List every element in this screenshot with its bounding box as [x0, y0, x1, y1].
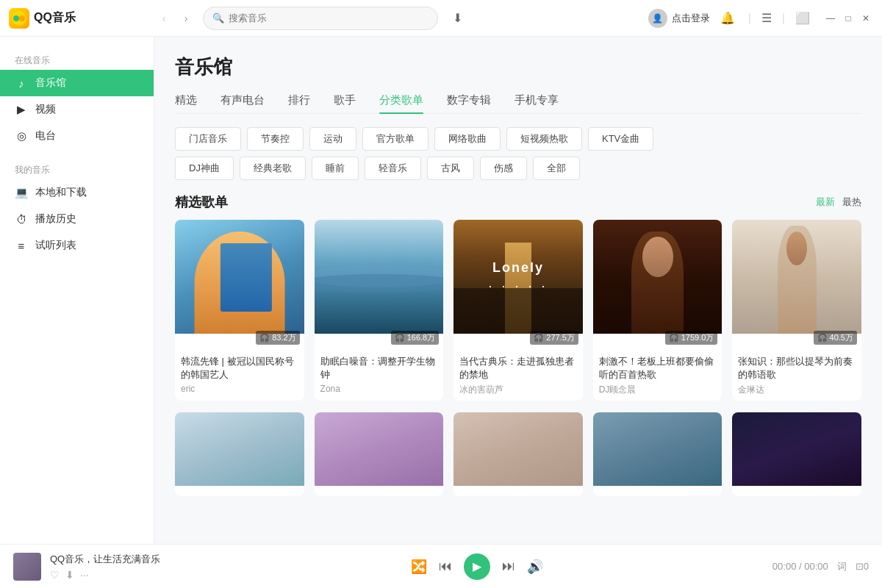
sidebar-item-video[interactable]: ▶ 视频 — [0, 96, 154, 123]
menu-icon[interactable]: ☰ — [761, 11, 772, 25]
tab-audiobook[interactable]: 有声电台 — [220, 93, 265, 113]
cat-short-video[interactable]: 短视频热歌 — [506, 127, 582, 151]
tab-digital-album[interactable]: 数字专辑 — [447, 93, 491, 113]
music-card-3[interactable]: Lonely · · · · · 🎧 277.5万 当代古典乐：走进孤独患者的禁… — [453, 220, 583, 401]
cat-internet[interactable]: 网络歌曲 — [434, 127, 501, 151]
like-icon[interactable]: ♡ — [50, 569, 60, 581]
sort-newest-btn[interactable]: 最新 — [816, 196, 835, 209]
cover-r2-1 — [175, 412, 304, 486]
nav-arrows: ‹ › — [156, 10, 194, 26]
download-button[interactable]: ⬇ — [447, 8, 467, 29]
card-info-1: 韩流先锋 | 被冠以国民称号的韩国艺人 eric — [175, 349, 304, 398]
cat-beat[interactable]: 节奏控 — [247, 127, 304, 151]
online-section-label: 在线音乐 — [0, 49, 154, 70]
cat-sport[interactable]: 运动 — [309, 127, 356, 151]
card-author-2: Zona — [320, 384, 438, 394]
card-name-4: 刺激不！老板上班都要偷偷听的百首热歌 — [599, 355, 717, 381]
player-controls: 🔀 ⏮ ▶ ⏭ 🔊 — [182, 553, 772, 580]
trial-icon: ≡ — [15, 239, 28, 252]
tab-category[interactable]: 分类歌单 — [379, 93, 423, 113]
tab-featured[interactable]: 精选 — [175, 93, 197, 113]
close-button[interactable]: ✕ — [858, 11, 873, 26]
cat-official[interactable]: 官方歌单 — [362, 127, 429, 151]
divider3: | — [782, 12, 785, 25]
sidebar-item-local[interactable]: 💻 本地和下载 — [0, 179, 154, 206]
music-card-2[interactable]: 🎧 166.8万 助眠白噪音：调整开学生物钟 Zona — [315, 220, 444, 401]
cat-classic[interactable]: 经典老歌 — [240, 157, 306, 180]
player-time: 00:00 / 00:00 — [772, 561, 828, 572]
search-input[interactable] — [229, 12, 429, 24]
lyrics-button[interactable]: 词 — [837, 560, 847, 573]
card-author-1: eric — [181, 384, 298, 394]
sidebar-item-trial[interactable]: ≡ 试听列表 — [0, 232, 154, 259]
titlebar-right: 👤 点击登录 🔔 | ☰ | ⬜ — □ ✕ — [648, 9, 873, 28]
card-info-r2-3 — [453, 486, 583, 496]
login-text: 点击登录 — [672, 12, 710, 25]
cat-light-music[interactable]: 轻音乐 — [365, 157, 421, 180]
music-card-4[interactable]: 🎧 1759.0万 刺激不！老板上班都要偷偷听的百首热歌 DJ顾念晨 — [593, 220, 723, 401]
music-card-r2-2[interactable] — [315, 412, 444, 496]
minimize-button[interactable]: — — [823, 11, 838, 26]
headphone-icon-1: 🎧 — [259, 333, 270, 343]
section-header: 精选歌单 最新 最热 — [175, 193, 861, 211]
tab-singer[interactable]: 歌手 — [334, 93, 356, 113]
sidebar-item-history[interactable]: ⏱ 播放历史 — [0, 206, 154, 232]
play-button[interactable]: ▶ — [464, 553, 490, 580]
music-card-1[interactable]: 🎧 83.2万 韩流先锋 | 被冠以国民称号的韩国艺人 eric — [175, 220, 304, 401]
music-card-r2-1[interactable] — [175, 412, 304, 496]
content-inner: 音乐馆 精选 有声电台 排行 歌手 分类歌单 数字专辑 手机专享 门店音乐 节奏… — [154, 37, 882, 526]
forward-button[interactable]: › — [178, 10, 194, 26]
music-card-r2-5[interactable] — [732, 412, 861, 496]
cover-1: 🎧 83.2万 — [175, 220, 304, 349]
volume-button[interactable]: 🔊 — [527, 559, 543, 575]
card-name-1: 韩流先锋 | 被冠以国民称号的韩国艺人 — [181, 355, 298, 381]
card-info-4: 刺激不！老板上班都要偷偷听的百首热歌 DJ顾念晨 — [593, 349, 723, 401]
svg-point-2 — [19, 15, 25, 21]
logo-icon — [9, 8, 29, 29]
cat-ktv[interactable]: KTV金曲 — [588, 127, 653, 151]
svg-point-1 — [13, 15, 19, 21]
player-right: 00:00 / 00:00 词 ⊡0 — [772, 560, 869, 573]
player-song-title: QQ音乐，让生活充满音乐 — [50, 553, 182, 566]
music-grid-row2 — [175, 412, 861, 496]
play-count-4: 🎧 1759.0万 — [665, 331, 718, 345]
sort-hottest-btn[interactable]: 最热 — [842, 196, 861, 209]
play-count-5: 🎧 40.5万 — [814, 331, 857, 345]
tab-rank[interactable]: 排行 — [288, 93, 310, 113]
search-bar: 🔍 — [203, 7, 438, 30]
search-icon: 🔍 — [212, 12, 224, 24]
video-icon: ▶ — [15, 103, 28, 116]
divider: 🔔 — [720, 11, 735, 25]
cat-ancient[interactable]: 古风 — [427, 157, 474, 180]
cat-sad[interactable]: 伤感 — [480, 157, 527, 180]
cat-dj[interactable]: DJ神曲 — [175, 157, 234, 180]
music-card-r2-3[interactable] — [453, 412, 583, 496]
login-button[interactable]: 👤 点击登录 — [648, 9, 710, 28]
queue-button[interactable]: ⊡0 — [856, 561, 869, 572]
cat-all[interactable]: 全部 — [533, 157, 580, 180]
prev-button[interactable]: ⏮ — [439, 559, 452, 574]
cat-shop-music[interactable]: 门店音乐 — [175, 127, 241, 151]
next-button[interactable]: ⏭ — [502, 559, 515, 574]
radio-icon: ◎ — [15, 129, 28, 143]
tab-phone-exclusive[interactable]: 手机专享 — [514, 93, 559, 113]
maximize-button[interactable]: □ — [841, 11, 856, 26]
sidebar: 在线音乐 ♪ 音乐馆 ▶ 视频 ◎ 电台 我的音乐 💻 本地和下载 ⏱ 播放历史… — [0, 37, 154, 544]
headphone-icon-4: 🎧 — [669, 333, 679, 343]
card-author-3: 冰的害葫芦 — [459, 384, 577, 396]
sidebar-item-radio[interactable]: ◎ 电台 — [0, 123, 154, 149]
skin-icon[interactable]: ⬜ — [795, 11, 810, 25]
card-info-r2-2 — [315, 486, 444, 496]
music-card-5[interactable]: 🎧 40.5万 张知识：那些以提琴为前奏的韩语歌 金琳达 — [732, 220, 861, 401]
more-icon[interactable]: ··· — [80, 569, 89, 581]
download-icon[interactable]: ⬇ — [65, 569, 74, 581]
sidebar-label-radio: 电台 — [35, 129, 56, 143]
music-note-icon: ♪ — [15, 76, 28, 90]
shuffle-button[interactable]: 🔀 — [411, 559, 427, 575]
back-button[interactable]: ‹ — [156, 10, 172, 26]
music-card-r2-4[interactable] — [593, 412, 723, 496]
sidebar-label-local: 本地和下载 — [35, 186, 87, 199]
card-info-5: 张知识：那些以提琴为前奏的韩语歌 金琳达 — [732, 349, 861, 401]
sidebar-item-music-hall[interactable]: ♪ 音乐馆 — [0, 70, 154, 96]
cat-sleep[interactable]: 睡前 — [312, 157, 359, 180]
